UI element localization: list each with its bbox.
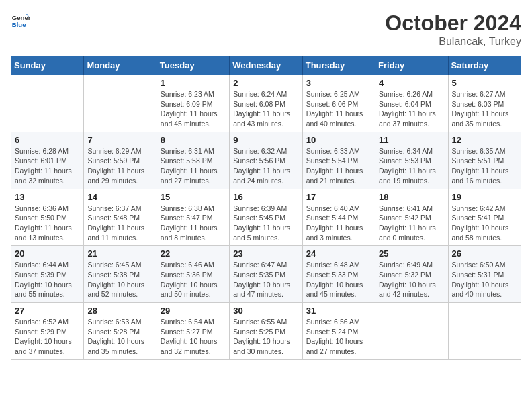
day-info: Sunrise: 6:31 AM Sunset: 5:58 PM Dayligh… bbox=[161, 146, 226, 186]
day-number: 24 bbox=[306, 248, 371, 259]
week-row-3: 13Sunrise: 6:36 AM Sunset: 5:50 PM Dayli… bbox=[11, 189, 521, 246]
day-number: 13 bbox=[15, 192, 80, 202]
day-info: Sunrise: 6:26 AM Sunset: 6:04 PM Dayligh… bbox=[379, 89, 444, 129]
weekday-header-wednesday: Wednesday bbox=[230, 56, 302, 75]
day-number: 22 bbox=[161, 248, 226, 259]
day-info: Sunrise: 6:39 AM Sunset: 5:45 PM Dayligh… bbox=[233, 203, 298, 243]
day-number: 5 bbox=[452, 78, 517, 88]
day-number: 6 bbox=[15, 135, 80, 145]
location-title: Bulancak, Turkey bbox=[385, 36, 521, 48]
day-info: Sunrise: 6:50 AM Sunset: 5:31 PM Dayligh… bbox=[452, 260, 517, 300]
day-info: Sunrise: 6:44 AM Sunset: 5:39 PM Dayligh… bbox=[15, 260, 80, 300]
day-number: 25 bbox=[379, 248, 444, 259]
calendar-cell bbox=[448, 303, 521, 360]
day-info: Sunrise: 6:52 AM Sunset: 5:29 PM Dayligh… bbox=[15, 317, 80, 357]
calendar-cell: 9Sunrise: 6:32 AM Sunset: 5:56 PM Daylig… bbox=[230, 132, 302, 189]
month-title: October 2024 bbox=[385, 11, 521, 36]
day-number: 8 bbox=[161, 135, 226, 145]
calendar-cell: 10Sunrise: 6:33 AM Sunset: 5:54 PM Dayli… bbox=[302, 132, 375, 189]
day-number: 10 bbox=[306, 135, 371, 145]
calendar-cell: 2Sunrise: 6:24 AM Sunset: 6:08 PM Daylig… bbox=[230, 75, 302, 132]
day-number: 3 bbox=[306, 78, 371, 88]
weekday-header-sunday: Sunday bbox=[11, 56, 84, 75]
day-info: Sunrise: 6:24 AM Sunset: 6:08 PM Dayligh… bbox=[233, 89, 298, 129]
calendar-cell: 3Sunrise: 6:25 AM Sunset: 6:06 PM Daylig… bbox=[302, 75, 375, 132]
calendar-cell: 4Sunrise: 6:26 AM Sunset: 6:04 PM Daylig… bbox=[375, 75, 448, 132]
day-number: 2 bbox=[233, 78, 298, 88]
day-info: Sunrise: 6:32 AM Sunset: 5:56 PM Dayligh… bbox=[233, 146, 298, 186]
calendar-cell bbox=[11, 75, 84, 132]
day-info: Sunrise: 6:49 AM Sunset: 5:32 PM Dayligh… bbox=[379, 260, 444, 300]
day-info: Sunrise: 6:37 AM Sunset: 5:48 PM Dayligh… bbox=[87, 203, 152, 243]
calendar-cell: 24Sunrise: 6:48 AM Sunset: 5:33 PM Dayli… bbox=[302, 246, 375, 303]
day-number: 18 bbox=[379, 192, 444, 202]
calendar-cell: 15Sunrise: 6:38 AM Sunset: 5:47 PM Dayli… bbox=[157, 189, 229, 246]
calendar-cell: 26Sunrise: 6:50 AM Sunset: 5:31 PM Dayli… bbox=[448, 246, 521, 303]
calendar-cell: 6Sunrise: 6:28 AM Sunset: 6:01 PM Daylig… bbox=[11, 132, 84, 189]
day-number: 14 bbox=[87, 192, 152, 202]
day-number: 12 bbox=[452, 135, 517, 145]
day-info: Sunrise: 6:28 AM Sunset: 6:01 PM Dayligh… bbox=[15, 146, 80, 186]
calendar-cell: 22Sunrise: 6:46 AM Sunset: 5:36 PM Dayli… bbox=[157, 246, 229, 303]
day-number: 30 bbox=[233, 306, 298, 316]
day-number: 20 bbox=[15, 248, 80, 259]
day-info: Sunrise: 6:27 AM Sunset: 6:03 PM Dayligh… bbox=[452, 89, 517, 129]
day-info: Sunrise: 6:34 AM Sunset: 5:53 PM Dayligh… bbox=[379, 146, 444, 186]
day-info: Sunrise: 6:40 AM Sunset: 5:44 PM Dayligh… bbox=[306, 203, 371, 243]
calendar-cell: 29Sunrise: 6:54 AM Sunset: 5:27 PM Dayli… bbox=[157, 303, 229, 360]
day-info: Sunrise: 6:29 AM Sunset: 5:59 PM Dayligh… bbox=[87, 146, 152, 186]
day-number: 29 bbox=[161, 306, 226, 316]
day-number: 1 bbox=[161, 78, 226, 88]
weekday-header-friday: Friday bbox=[375, 56, 448, 75]
day-info: Sunrise: 6:25 AM Sunset: 6:06 PM Dayligh… bbox=[306, 89, 371, 129]
day-number: 16 bbox=[233, 192, 298, 202]
day-number: 28 bbox=[87, 306, 152, 316]
calendar-cell: 11Sunrise: 6:34 AM Sunset: 5:53 PM Dayli… bbox=[375, 132, 448, 189]
logo: General Blue bbox=[11, 11, 30, 30]
calendar-cell: 19Sunrise: 6:42 AM Sunset: 5:41 PM Dayli… bbox=[448, 189, 521, 246]
calendar-cell bbox=[375, 303, 448, 360]
week-row-5: 27Sunrise: 6:52 AM Sunset: 5:29 PM Dayli… bbox=[11, 303, 521, 360]
calendar-cell: 21Sunrise: 6:45 AM Sunset: 5:38 PM Dayli… bbox=[84, 246, 157, 303]
day-info: Sunrise: 6:36 AM Sunset: 5:50 PM Dayligh… bbox=[15, 203, 80, 243]
week-row-2: 6Sunrise: 6:28 AM Sunset: 6:01 PM Daylig… bbox=[11, 132, 521, 189]
day-info: Sunrise: 6:48 AM Sunset: 5:33 PM Dayligh… bbox=[306, 260, 371, 300]
day-info: Sunrise: 6:56 AM Sunset: 5:24 PM Dayligh… bbox=[306, 317, 371, 357]
day-info: Sunrise: 6:45 AM Sunset: 5:38 PM Dayligh… bbox=[87, 260, 152, 300]
calendar-cell: 13Sunrise: 6:36 AM Sunset: 5:50 PM Dayli… bbox=[11, 189, 84, 246]
calendar-cell: 1Sunrise: 6:23 AM Sunset: 6:09 PM Daylig… bbox=[157, 75, 229, 132]
day-number: 4 bbox=[379, 78, 444, 88]
day-info: Sunrise: 6:46 AM Sunset: 5:36 PM Dayligh… bbox=[161, 260, 226, 300]
day-info: Sunrise: 6:55 AM Sunset: 5:25 PM Dayligh… bbox=[233, 317, 298, 357]
day-info: Sunrise: 6:53 AM Sunset: 5:28 PM Dayligh… bbox=[87, 317, 152, 357]
calendar-cell: 5Sunrise: 6:27 AM Sunset: 6:03 PM Daylig… bbox=[448, 75, 521, 132]
weekday-header-row: SundayMondayTuesdayWednesdayThursdayFrid… bbox=[11, 56, 521, 75]
calendar-cell: 17Sunrise: 6:40 AM Sunset: 5:44 PM Dayli… bbox=[302, 189, 375, 246]
calendar-cell: 8Sunrise: 6:31 AM Sunset: 5:58 PM Daylig… bbox=[157, 132, 229, 189]
day-number: 21 bbox=[87, 248, 152, 259]
day-info: Sunrise: 6:35 AM Sunset: 5:51 PM Dayligh… bbox=[452, 146, 517, 186]
day-number: 9 bbox=[233, 135, 298, 145]
day-number: 11 bbox=[379, 135, 444, 145]
calendar: SundayMondayTuesdayWednesdayThursdayFrid… bbox=[11, 56, 521, 360]
week-row-4: 20Sunrise: 6:44 AM Sunset: 5:39 PM Dayli… bbox=[11, 246, 521, 303]
calendar-cell: 16Sunrise: 6:39 AM Sunset: 5:45 PM Dayli… bbox=[230, 189, 302, 246]
day-info: Sunrise: 6:54 AM Sunset: 5:27 PM Dayligh… bbox=[161, 317, 226, 357]
calendar-cell: 12Sunrise: 6:35 AM Sunset: 5:51 PM Dayli… bbox=[448, 132, 521, 189]
day-number: 27 bbox=[15, 306, 80, 316]
title-area: October 2024 Bulancak, Turkey bbox=[385, 11, 521, 48]
day-info: Sunrise: 6:23 AM Sunset: 6:09 PM Dayligh… bbox=[161, 89, 226, 129]
calendar-cell: 28Sunrise: 6:53 AM Sunset: 5:28 PM Dayli… bbox=[84, 303, 157, 360]
day-number: 15 bbox=[161, 192, 226, 202]
week-row-1: 1Sunrise: 6:23 AM Sunset: 6:09 PM Daylig… bbox=[11, 75, 521, 132]
header: General Blue October 2024 Bulancak, Turk… bbox=[11, 11, 521, 48]
weekday-header-monday: Monday bbox=[84, 56, 157, 75]
day-number: 23 bbox=[233, 248, 298, 259]
day-number: 31 bbox=[306, 306, 371, 316]
day-info: Sunrise: 6:42 AM Sunset: 5:41 PM Dayligh… bbox=[452, 203, 517, 243]
calendar-cell: 14Sunrise: 6:37 AM Sunset: 5:48 PM Dayli… bbox=[84, 189, 157, 246]
day-info: Sunrise: 6:41 AM Sunset: 5:42 PM Dayligh… bbox=[379, 203, 444, 243]
day-info: Sunrise: 6:47 AM Sunset: 5:35 PM Dayligh… bbox=[233, 260, 298, 300]
weekday-header-saturday: Saturday bbox=[448, 56, 521, 75]
calendar-cell: 30Sunrise: 6:55 AM Sunset: 5:25 PM Dayli… bbox=[230, 303, 302, 360]
